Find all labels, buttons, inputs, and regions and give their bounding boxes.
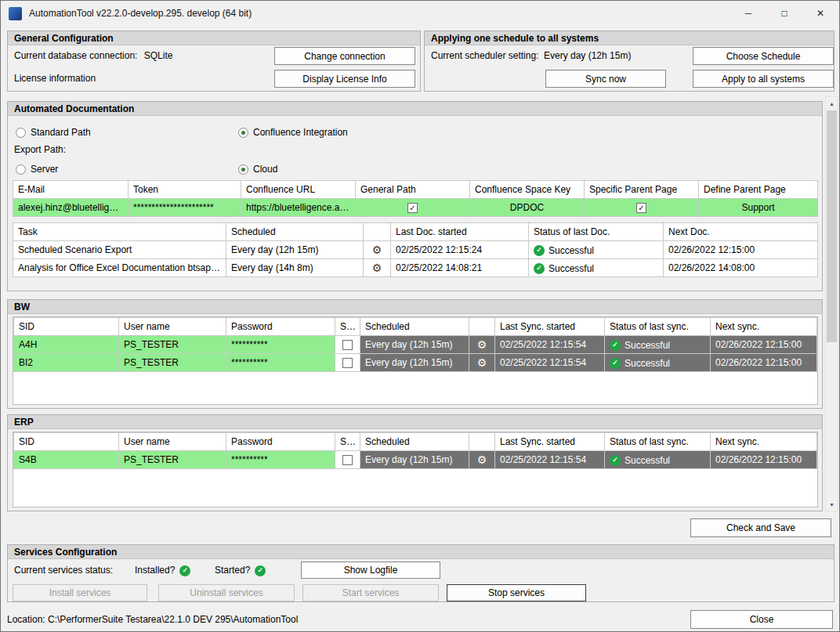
user-name-cell[interactable]: PS_TESTER <box>119 354 226 372</box>
col-header-define-parent-page[interactable]: Define Parent Page <box>699 181 818 199</box>
scroll-up-button[interactable]: ▲ <box>826 97 838 110</box>
schedule-gear-icon[interactable]: ⚙ <box>372 262 382 274</box>
user-name-cell[interactable]: PS_TESTER <box>119 336 226 354</box>
password-cell[interactable]: ********** <box>226 354 335 372</box>
general-path-checkbox[interactable]: ✓ <box>407 203 418 213</box>
bw-row: A4H PS_TESTER ********** Every day (12h … <box>14 336 817 354</box>
col-header-sync[interactable]: Sync. <box>335 433 360 451</box>
minimize-button[interactable]: ─ <box>730 1 766 26</box>
doc-task-row: Analysis for Office Excel Documentation … <box>13 259 818 277</box>
services-configuration-title: Services Configuration <box>8 545 834 559</box>
schedule-gear-icon[interactable]: ⚙ <box>477 453 487 466</box>
bw-header-row: SID User name Password Sync. Scheduled L… <box>14 318 817 336</box>
installed-status: Installed? ✓ <box>135 562 190 580</box>
col-header-next-doc[interactable]: Next Doc. <box>664 223 818 241</box>
maximize-button[interactable]: □ <box>766 1 802 26</box>
confluence-row: alexej.hinz@bluetelligence... **********… <box>13 199 818 217</box>
sync-checkbox[interactable] <box>342 455 353 465</box>
space-key-cell[interactable]: DPDOC <box>470 199 585 217</box>
scrollbar-thumb[interactable] <box>827 110 837 342</box>
col-header-user-name[interactable]: User name <box>119 433 226 451</box>
sync-checkbox[interactable] <box>342 358 353 368</box>
cloud-radio-label: Cloud <box>253 164 277 175</box>
col-header-last-sync-started[interactable]: Last Sync. started <box>495 433 605 451</box>
started-label: Started? <box>215 562 250 580</box>
scheduler-setting-value: Every day (12h 15m) <box>544 47 631 65</box>
vertical-scrollbar[interactable]: ▲ ▼ <box>825 96 838 511</box>
schedule-gear-icon[interactable]: ⚙ <box>477 356 487 369</box>
change-connection-button[interactable]: Change connection <box>274 47 415 65</box>
col-header-scheduled[interactable]: Scheduled <box>360 318 469 336</box>
success-icon: ✓ <box>610 340 621 351</box>
server-radio[interactable]: Server <box>16 162 58 176</box>
scroll-down-button[interactable]: ▼ <box>826 498 838 511</box>
col-header-user-name[interactable]: User name <box>119 318 226 336</box>
col-header-token[interactable]: Token <box>129 181 241 199</box>
col-header-email[interactable]: E-Mail <box>13 181 129 199</box>
confluence-url-cell[interactable]: https://bluetelligence.atlas... <box>241 199 356 217</box>
col-header-status-last-sync[interactable]: Status of last sync. <box>605 318 711 336</box>
col-header-confluence-url[interactable]: Confluence URL <box>241 181 356 199</box>
col-header-sid[interactable]: SID <box>14 433 119 451</box>
col-header-gear <box>469 318 495 336</box>
sync-now-button[interactable]: Sync now <box>545 70 666 88</box>
choose-schedule-button[interactable]: Choose Schedule <box>693 47 834 65</box>
sync-checkbox[interactable] <box>342 340 353 350</box>
display-license-button[interactable]: Display License Info <box>274 70 415 88</box>
col-header-general-path[interactable]: General Path <box>356 181 470 199</box>
col-header-password[interactable]: Password <box>226 433 335 451</box>
col-header-sync[interactable]: Sync. <box>335 318 360 336</box>
define-parent-page-cell[interactable]: Support <box>699 199 818 217</box>
password-cell[interactable]: ********** <box>226 451 335 469</box>
col-header-scheduled[interactable]: Scheduled <box>360 433 469 451</box>
gear-cell: ⚙ <box>364 259 391 277</box>
col-header-task[interactable]: Task <box>13 223 226 241</box>
schedule-gear-icon[interactable]: ⚙ <box>372 244 382 256</box>
col-header-last-doc-started[interactable]: Last Doc. started <box>391 223 529 241</box>
status-text: Successful <box>625 455 670 466</box>
bw-table: SID User name Password Sync. Scheduled L… <box>13 317 817 372</box>
col-header-next-sync[interactable]: Next sync. <box>711 433 817 451</box>
location-label: Location: C:\PerformerSuite Testarea\22.… <box>7 610 298 629</box>
status-last-sync-cell: ✓ Successful <box>605 336 711 354</box>
col-header-status-last-sync[interactable]: Status of last sync. <box>605 433 711 451</box>
sid-cell[interactable]: BI2 <box>14 354 119 372</box>
success-icon: ✓ <box>610 455 621 466</box>
close-button[interactable]: Close <box>690 610 833 629</box>
close-window-button[interactable]: ✕ <box>802 1 838 26</box>
automated-documentation-group: Automated Documentation Standard Path Co… <box>7 101 823 291</box>
cloud-radio[interactable]: Cloud <box>238 162 277 176</box>
sid-cell[interactable]: A4H <box>14 336 119 354</box>
col-header-last-sync-started[interactable]: Last Sync. started <box>495 318 605 336</box>
check-and-save-button[interactable]: Check and Save <box>690 518 831 537</box>
apply-all-systems-button[interactable]: Apply to all systems <box>693 70 834 88</box>
scheduler-setting-label: Current scheduler setting: <box>431 47 538 65</box>
col-header-sid[interactable]: SID <box>14 318 119 336</box>
col-header-scheduled[interactable]: Scheduled <box>226 223 364 241</box>
scheduled-cell: Every day (12h 15m) <box>226 241 364 259</box>
sid-cell[interactable]: S4B <box>14 451 119 469</box>
confluence-integration-radio[interactable]: Confluence Integration <box>238 125 348 139</box>
general-path-cell: ✓ <box>356 199 470 217</box>
user-name-cell[interactable]: PS_TESTER <box>119 451 226 469</box>
col-header-specific-parent-page[interactable]: Specific Parent Page <box>585 181 699 199</box>
doc-task-row: Scheduled Scenario Export Every day (12h… <box>13 241 818 259</box>
specific-parent-page-checkbox[interactable]: ✓ <box>636 203 646 213</box>
email-cell[interactable]: alexej.hinz@bluetelligence... <box>13 199 129 217</box>
next-doc-cell: 02/26/2022 14:08:00 <box>664 259 818 277</box>
stop-services-button[interactable]: Stop services <box>447 584 586 601</box>
next-sync-cell: 02/26/2022 12:15:00 <box>711 354 817 372</box>
show-logfile-button[interactable]: Show Logfile <box>301 562 440 579</box>
col-header-next-sync[interactable]: Next sync. <box>711 318 817 336</box>
start-services-button: Start services <box>302 584 439 601</box>
standard-path-radio[interactable]: Standard Path <box>16 125 91 139</box>
license-info-label: License information <box>14 70 96 88</box>
col-header-password[interactable]: Password <box>226 318 335 336</box>
col-header-status-last-doc[interactable]: Status of last Doc. <box>529 223 664 241</box>
token-cell[interactable]: ********************** <box>129 199 241 217</box>
password-cell[interactable]: ********** <box>226 336 335 354</box>
next-doc-cell: 02/26/2022 12:15:00 <box>664 241 818 259</box>
sync-cell <box>335 354 360 372</box>
schedule-gear-icon[interactable]: ⚙ <box>477 338 487 351</box>
col-header-space-key[interactable]: Confluence Space Key <box>470 181 585 199</box>
